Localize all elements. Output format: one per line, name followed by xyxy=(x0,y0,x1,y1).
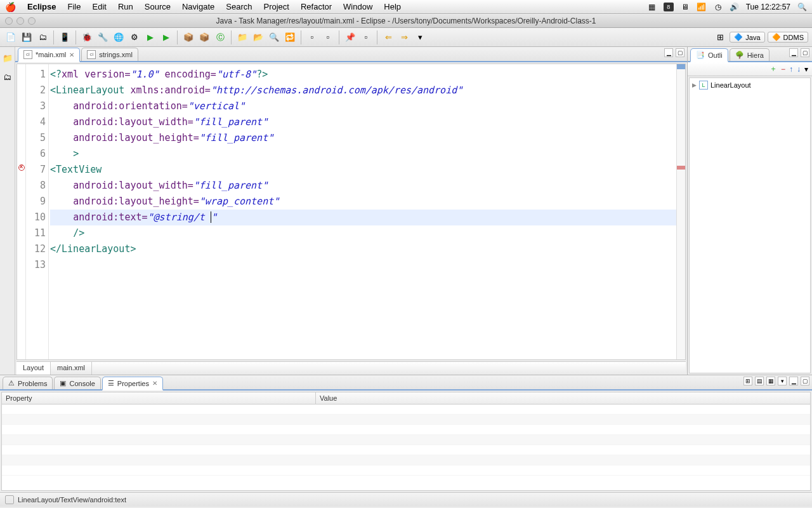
tool-b[interactable]: ▫ xyxy=(321,30,335,44)
menu-navigate[interactable]: Navigate xyxy=(182,2,214,11)
perspective-ddms[interactable]: 🔶 DDMS xyxy=(768,32,808,43)
remove-button[interactable]: − xyxy=(781,65,785,74)
pin-button[interactable]: 📌 xyxy=(343,30,357,44)
run-last-button[interactable]: ▶ xyxy=(159,30,173,44)
outline-node-linearlayout[interactable]: ▶ L LinearLayout xyxy=(692,81,808,90)
move-down-button[interactable]: ↓ xyxy=(797,65,801,74)
editor-tabrow: ci *main.xml ✕ ci strings.xml ▁ ▢ xyxy=(15,47,687,62)
view-menu-button[interactable]: ▾ xyxy=(778,377,787,385)
tab-properties[interactable]: ☰ Properties ✕ xyxy=(102,377,163,391)
maximize-view-button[interactable]: ▢ xyxy=(801,377,809,385)
window-titlebar: Java - Task Manager/res/layout/main.xml … xyxy=(0,14,812,28)
tab-outline[interactable]: 📑 Outli xyxy=(690,48,728,62)
new-package-button[interactable]: 📦 xyxy=(181,30,195,44)
view-tool-a[interactable]: ⊞ xyxy=(743,377,752,385)
new-button[interactable]: 📄 xyxy=(4,30,18,44)
wifi-icon[interactable]: 📶 xyxy=(697,3,707,11)
tab-main-xml[interactable]: ci *main.xml ✕ xyxy=(18,48,80,62)
tab-console[interactable]: ▣ Console xyxy=(54,377,100,389)
tab-problems[interactable]: ⚠ Problems xyxy=(3,377,53,389)
maximize-view-button[interactable]: ▢ xyxy=(676,48,684,57)
outline-tree[interactable]: ▶ L LinearLayout xyxy=(689,77,811,373)
col-property[interactable]: Property xyxy=(2,392,316,404)
code-editor[interactable]: 12345678910111213 <?xml version="1.0" en… xyxy=(16,64,686,360)
volume-icon[interactable]: 🔊 xyxy=(730,3,740,11)
close-window-button[interactable] xyxy=(5,17,13,25)
refresh-button[interactable]: 🔁 xyxy=(283,30,297,44)
menubar-display-icon[interactable]: 🖥 xyxy=(680,3,690,11)
table-row[interactable] xyxy=(2,445,810,455)
tab-source[interactable]: main.xml xyxy=(51,362,92,375)
view-tool-c[interactable]: ▦ xyxy=(766,377,775,385)
table-row[interactable] xyxy=(2,425,810,435)
tab-hierarchy[interactable]: 🌳 Hiera xyxy=(730,48,769,61)
menu-window[interactable]: Window xyxy=(343,2,372,11)
run-button[interactable]: ▶ xyxy=(143,30,157,44)
save-button[interactable]: 💾 xyxy=(20,30,34,44)
close-icon[interactable]: ✕ xyxy=(152,380,157,387)
spotlight-icon[interactable]: 🔍 xyxy=(797,3,807,11)
menubar-app-icon[interactable]: ▦ xyxy=(647,3,657,11)
overview-ruler[interactable] xyxy=(676,64,685,359)
debug-bug-button[interactable]: 🐞 xyxy=(80,30,94,44)
ddms-perspective-icon: 🔶 xyxy=(772,33,781,41)
tab-strings-xml[interactable]: ci strings.xml xyxy=(81,48,138,61)
new-folder-button[interactable]: 📁 xyxy=(235,30,249,44)
search-button[interactable]: 🔍 xyxy=(267,30,281,44)
add-button[interactable]: ＋ xyxy=(769,64,777,74)
view-tool-b[interactable]: ▤ xyxy=(755,377,764,385)
tool-c[interactable]: ▫ xyxy=(359,30,373,44)
table-row[interactable] xyxy=(2,404,810,415)
table-row[interactable] xyxy=(2,455,810,465)
properties-icon: ☰ xyxy=(108,379,114,387)
tool-a[interactable]: ▫ xyxy=(305,30,319,44)
menu-source[interactable]: Source xyxy=(145,2,171,11)
apple-menu-icon[interactable]: 🍎 xyxy=(5,2,16,12)
nav-fwd-button[interactable]: ⇒ xyxy=(397,30,411,44)
menu-project[interactable]: Project xyxy=(263,2,289,11)
menu-run[interactable]: Run xyxy=(118,2,133,11)
nav-back-button[interactable]: ⇐ xyxy=(381,30,395,44)
save-all-button[interactable]: 🗂 xyxy=(36,30,49,44)
close-icon[interactable]: ✕ xyxy=(69,51,74,58)
external-tools-button[interactable]: 🌐 xyxy=(112,30,126,44)
open-folder-button[interactable]: 📂 xyxy=(251,30,265,44)
minimize-view-button[interactable]: ▁ xyxy=(664,48,673,57)
menu-file[interactable]: File xyxy=(68,2,81,11)
debug-step-button[interactable]: 🔧 xyxy=(96,30,110,44)
sdk-manager-button[interactable]: 📱 xyxy=(58,30,72,44)
menu-search[interactable]: Search xyxy=(226,2,252,11)
perspective-java[interactable]: 🔷 Java xyxy=(730,32,764,43)
menu-edit[interactable]: Edit xyxy=(92,2,106,11)
java-perspective-icon: 🔷 xyxy=(734,33,743,41)
disclosure-icon[interactable]: ▶ xyxy=(692,82,697,88)
menubar-clock[interactable]: Tue 12:22:57 xyxy=(746,3,790,11)
build-button[interactable]: ⚙ xyxy=(128,30,141,44)
open-perspective-button[interactable]: ⊞ xyxy=(713,30,727,44)
table-row[interactable] xyxy=(2,465,810,476)
nav-up-button[interactable]: ▾ xyxy=(413,30,427,44)
menu-button[interactable]: ▾ xyxy=(804,65,808,74)
properties-table[interactable]: Property Value xyxy=(1,392,811,491)
xml-file-icon: ci xyxy=(23,50,32,59)
restore-view-button[interactable]: 📁 xyxy=(1,51,15,65)
new-class-button[interactable]: 📦 xyxy=(197,30,211,44)
tab-layout[interactable]: Layout xyxy=(16,362,51,375)
menu-help[interactable]: Help xyxy=(384,2,401,11)
restore-view2-button[interactable]: 🗂 xyxy=(1,70,15,84)
maximize-view-button[interactable]: ▢ xyxy=(801,48,809,57)
col-value[interactable]: Value xyxy=(316,392,341,404)
code-content[interactable]: <?xml version="1.0" encoding="utf-8"?><L… xyxy=(49,64,676,359)
app-name[interactable]: Eclipse xyxy=(27,2,56,11)
open-type-button[interactable]: Ⓒ xyxy=(213,30,227,44)
move-up-button[interactable]: ↑ xyxy=(789,65,793,74)
minimize-view-button[interactable]: ▁ xyxy=(789,377,798,385)
minimize-window-button[interactable] xyxy=(16,17,24,25)
menubar-eight-icon[interactable]: 8 xyxy=(664,3,674,11)
table-row[interactable] xyxy=(2,435,810,445)
table-row[interactable] xyxy=(2,415,810,425)
minimize-view-button[interactable]: ▁ xyxy=(789,48,798,57)
time-machine-icon[interactable]: ◷ xyxy=(713,3,723,11)
menu-refactor[interactable]: Refactor xyxy=(301,2,332,11)
zoom-window-button[interactable] xyxy=(28,17,36,25)
